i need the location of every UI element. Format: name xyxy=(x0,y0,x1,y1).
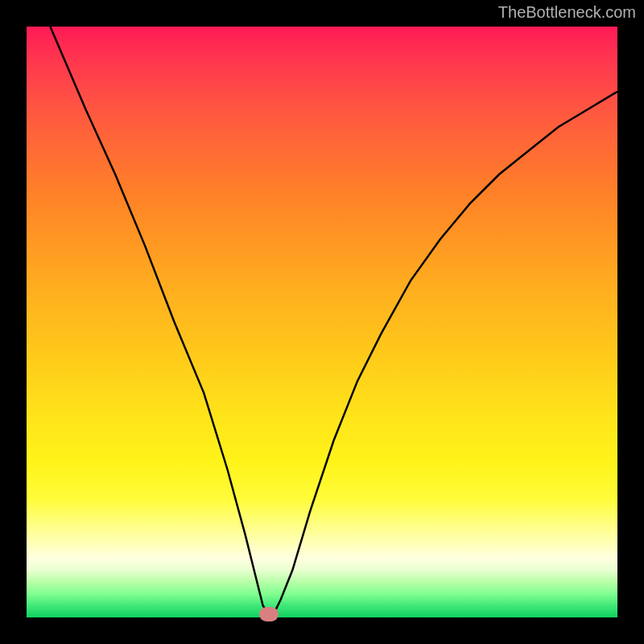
watermark-text: TheBottleneck.com xyxy=(498,3,636,22)
minimum-marker xyxy=(259,607,279,621)
chart-plot-area xyxy=(27,27,617,617)
bottleneck-curve xyxy=(27,27,617,617)
